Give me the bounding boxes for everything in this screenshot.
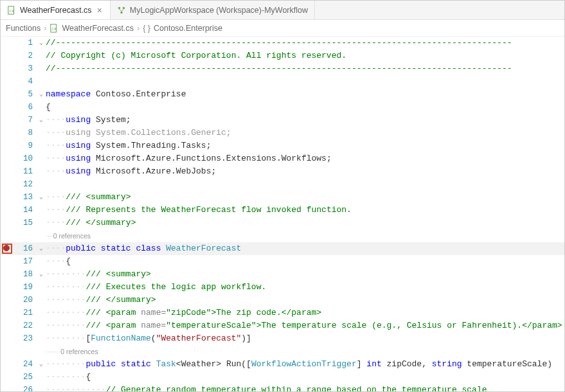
tab-bar: C# WeatherForecast.cs × MyLogicAppWorksp…	[1, 1, 564, 20]
fold-icon[interactable]: ⌄	[37, 37, 46, 49]
fold-icon[interactable]: ⌄	[37, 358, 46, 371]
breadcrumb-item[interactable]: Contoso.Enterprise	[154, 24, 222, 33]
tab-label: MyLogicAppWorkspace (Workspace)-MyWorkfl…	[130, 6, 308, 15]
svg-point-2	[118, 6, 121, 9]
fold-icon[interactable]: ⌄	[37, 191, 46, 204]
chevron-right-icon: ›	[137, 24, 139, 33]
fold-icon[interactable]: ⌄	[37, 268, 46, 281]
breadcrumb-item[interactable]: WeatherForecast.cs	[62, 24, 134, 33]
workflow-icon	[117, 6, 126, 15]
svg-point-3	[123, 6, 125, 9]
code-editor[interactable]: 1⌄//------------------------------------…	[1, 37, 564, 392]
codelens-references[interactable]: 0 references	[53, 232, 91, 240]
svg-text:C#: C#	[9, 8, 13, 12]
fold-icon[interactable]: ⌄	[37, 242, 46, 255]
csharp-file-icon: C#	[49, 24, 58, 33]
fold-icon[interactable]: ⌄	[37, 114, 46, 127]
breakpoint-icon[interactable]	[2, 244, 12, 254]
chevron-right-icon: ›	[44, 24, 46, 33]
svg-point-4	[120, 11, 123, 13]
tab-workflow[interactable]: MyLogicAppWorkspace (Workspace)-MyWorkfl…	[111, 1, 315, 19]
fold-icon[interactable]: ⌄	[37, 88, 46, 101]
breadcrumb-item[interactable]: Functions	[6, 24, 40, 33]
csharp-file-icon: C#	[7, 6, 16, 15]
tab-weatherforecast[interactable]: C# WeatherForecast.cs ×	[1, 1, 111, 19]
breadcrumb: Functions › C# WeatherForecast.cs › { } …	[1, 20, 564, 37]
codelens-references[interactable]: 0 references	[60, 348, 98, 355]
svg-text:C#: C#	[52, 26, 57, 30]
tab-close-icon[interactable]: ×	[96, 5, 103, 15]
braces-icon: { }	[143, 24, 150, 33]
tab-label: WeatherForecast.cs	[20, 6, 92, 15]
